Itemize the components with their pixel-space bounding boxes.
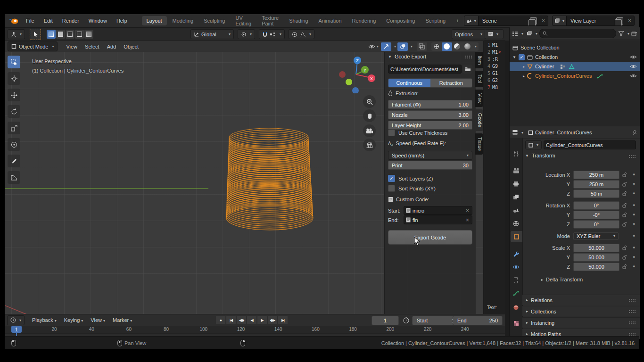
location-z-row[interactable]: Z50 m● (522, 189, 640, 197)
use-curve-thickness-row[interactable]: Use Curve Thickness (388, 129, 472, 136)
shading-rendered-button[interactable] (462, 42, 473, 51)
viewport-menu[interactable]: View (62, 42, 81, 51)
rotation-z-row[interactable]: Z0°● (522, 220, 640, 228)
panel-grip[interactable] (465, 55, 472, 58)
text-line[interactable]: 4G9 (484, 63, 505, 70)
close-view-layer-icon[interactable]: × (625, 17, 634, 24)
expand-icon[interactable]: ▸ (523, 74, 525, 78)
text-line[interactable]: 2M1< (484, 49, 505, 56)
workspace-tab[interactable]: Modeling (168, 16, 198, 25)
scene-selector[interactable]: ▾ Scene × (464, 16, 548, 26)
text-line[interactable]: 5G1 (484, 70, 505, 77)
browse-folder-button[interactable] (463, 65, 472, 74)
end-frame-field[interactable]: End250 (453, 316, 503, 325)
workspace-tab[interactable]: Layout (142, 16, 167, 25)
retraction-button[interactable]: Retraction (430, 79, 472, 87)
continuous-button[interactable]: Continuous (388, 79, 430, 87)
topbar-menu[interactable]: Render (58, 16, 83, 25)
scene-name[interactable]: Scene (479, 18, 530, 24)
row-contour-curves[interactable]: ▸ Cylinder_ContourCurves (510, 71, 640, 81)
xray-toggle[interactable] (417, 42, 427, 51)
collapse-icon[interactable]: ▼ (388, 55, 392, 59)
tool-measure[interactable] (8, 171, 20, 184)
sidebar-tab[interactable]: View (475, 90, 483, 107)
viewport-menu[interactable]: Object (120, 42, 142, 51)
lock-icon[interactable] (622, 191, 627, 196)
tool-transform[interactable] (8, 138, 20, 151)
rotation-mode-dropdown[interactable]: XYZ Euler▾ (573, 232, 619, 240)
rotation-mode-row[interactable]: ModeXYZ Euler▾● (522, 232, 640, 240)
workspace-tab[interactable]: Texture Paint (257, 13, 283, 28)
location-y-row[interactable]: Y250 m● (522, 180, 640, 188)
ortho-toggle-button[interactable] (363, 139, 376, 151)
sidebar-tab[interactable]: Gcode (475, 109, 483, 131)
lock-icon[interactable] (622, 222, 627, 227)
scale-y-row[interactable]: Y50.000● (522, 253, 640, 261)
tool-move[interactable] (8, 89, 20, 101)
select-mode-new[interactable] (47, 30, 56, 39)
row-cylinder[interactable]: ▸ Cylinder (510, 62, 640, 71)
collections-panel[interactable]: ▸Collections (522, 306, 640, 316)
overlays-dropdown[interactable]: ▾ (411, 44, 413, 49)
row-collection[interactable]: ▼ ✓ Collection (510, 52, 640, 62)
shading-solid-button[interactable] (442, 42, 452, 51)
navigation-gizmo[interactable]: Z Y X (335, 56, 377, 93)
rotation-y-row[interactable]: Y-0°● (522, 211, 640, 219)
tab-physics[interactable] (510, 261, 522, 272)
workspace-tab[interactable]: Shading (284, 16, 313, 25)
object-name-field[interactable]: Cylinder_ContourCurves (544, 140, 636, 149)
viewport-3d[interactable]: User Perspective (1) Collection | Cylind… (5, 52, 483, 314)
transport-button[interactable]: ◆▶ (268, 316, 277, 324)
start-frame-field[interactable]: Start1 (412, 316, 459, 325)
shading-material-button[interactable] (452, 42, 462, 51)
timeline-menu[interactable]: View▾ (87, 316, 109, 324)
zoom-button[interactable] (363, 95, 376, 108)
lock-icon[interactable] (622, 212, 627, 217)
sidebar-tab[interactable]: Tissue (475, 133, 483, 155)
location-x-row[interactable]: Location X250 m● (522, 171, 640, 179)
sidebar-tab[interactable]: Item (475, 52, 483, 68)
timeline-menu[interactable]: Playback▾ (28, 316, 60, 324)
viewport-menu[interactable]: Select (81, 42, 103, 51)
transport-button[interactable]: ◀ (247, 316, 256, 324)
relations-panel[interactable]: ▸Relations (522, 295, 640, 305)
collection-checkbox[interactable]: ✓ (519, 54, 525, 60)
options-dropdown[interactable]: Options▾ (452, 29, 486, 39)
outliner-editor-icon[interactable] (512, 31, 518, 36)
tab-modifiers[interactable] (510, 248, 522, 259)
text-line[interactable]: 3;R (484, 56, 505, 63)
lock-icon[interactable] (622, 172, 627, 177)
workspace-tab[interactable]: Scripting (421, 16, 450, 25)
tab-output[interactable] (510, 178, 522, 189)
select-mode-subtract[interactable] (66, 30, 74, 39)
new-collection-icon[interactable] (631, 31, 637, 36)
export-path-field[interactable]: C:\Users\otro\Documents\test (388, 65, 462, 74)
snap-group[interactable]: ▾ (259, 29, 285, 39)
end-code-field[interactable]: fin × (404, 215, 472, 224)
export-gcode-button[interactable]: Export Gcode (388, 230, 472, 245)
editor-type-button[interactable]: ▾ (8, 29, 25, 39)
transport-button[interactable]: ● (216, 316, 225, 324)
gcode-panel-header[interactable]: ▼ Gcode Export (388, 54, 472, 59)
tab-tool[interactable] (510, 148, 522, 159)
scale-x-row[interactable]: Scale X50.000● (522, 244, 640, 252)
shading-dropdown[interactable]: ▾ (475, 44, 477, 49)
view-layer-selector[interactable]: ▾ View Layer × (552, 16, 635, 26)
display-mode-icon[interactable] (527, 31, 532, 36)
text-editor[interactable]: 1M12M1<3;R4G95G16G27M8 Text: (484, 40, 505, 314)
tool-cursor[interactable] (8, 72, 20, 85)
copy-scene-icon[interactable] (530, 17, 537, 25)
topbar-menu[interactable]: Edit (40, 16, 57, 25)
layer-height-slider[interactable]: Layer Height2.00 (388, 121, 472, 130)
select-mode-invert[interactable] (75, 30, 84, 39)
clear-start-icon[interactable]: × (465, 207, 470, 214)
timeline-editor-button[interactable]: ▾ (7, 315, 25, 325)
workspace-tab[interactable]: Rendering (347, 16, 381, 25)
transform-panel-header[interactable]: ▼Transform (525, 153, 555, 158)
copy-view-layer-icon[interactable] (616, 17, 623, 25)
delta-transform-header[interactable]: ▸Delta Transform (541, 277, 583, 282)
timeline-menu[interactable]: Keying▾ (60, 316, 87, 324)
expand-icon[interactable]: ▸ (523, 65, 525, 69)
tool-rotate[interactable] (8, 105, 20, 118)
panel-grip[interactable] (628, 155, 636, 158)
